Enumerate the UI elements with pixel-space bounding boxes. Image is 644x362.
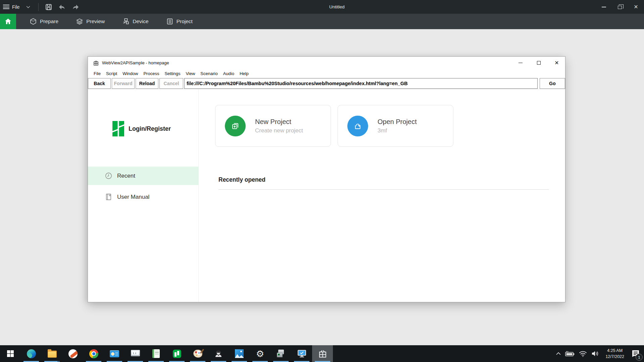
close-button[interactable]: ✕ <box>628 0 644 14</box>
edge-icon <box>27 349 36 358</box>
login-register-button[interactable]: Login/Register <box>112 121 171 136</box>
tab-project-label: Project <box>177 18 193 24</box>
tray-chevron-up-button[interactable] <box>556 352 561 356</box>
taskbar-app-report[interactable] <box>104 345 125 362</box>
prepare-icon <box>30 18 37 25</box>
report-app-icon <box>110 350 119 357</box>
clock-icon <box>105 172 112 180</box>
wifi-icon <box>579 350 587 357</box>
file-menu-button[interactable]: File <box>0 0 23 14</box>
tab-prepare[interactable]: Prepare <box>21 14 67 29</box>
speaker-icon <box>591 350 600 357</box>
tray-clock[interactable]: 4:25 AM 12/7/2022 <box>603 348 626 360</box>
tab-preview[interactable]: Preview <box>67 14 113 29</box>
taskbar-app-orange-dial[interactable] <box>62 345 83 362</box>
webview-minimize-button[interactable] <box>518 63 523 63</box>
sidebar-recent-label: Recent <box>117 173 135 179</box>
menu-script[interactable]: Script <box>103 71 120 76</box>
webview-maximize-button[interactable] <box>536 61 541 65</box>
system-monitor-icon <box>131 350 140 356</box>
tab-preview-label: Preview <box>86 18 105 24</box>
taskbar-app-webview2-sample[interactable] <box>312 345 333 362</box>
taskbar-app-notepad[interactable] <box>146 345 166 362</box>
settings-gear-icon: ⚙ <box>256 349 264 358</box>
taskbar-app-edge[interactable] <box>21 345 42 362</box>
webview-titlebar[interactable]: WebView2APISample - homepage ✕ <box>88 57 565 69</box>
webview-menubar: File Script Window Process Settings View… <box>88 69 565 78</box>
chrome-icon <box>89 349 98 358</box>
webview2-sample-window: WebView2APISample - homepage ✕ File Scri… <box>88 56 565 302</box>
menu-view[interactable]: View <box>183 71 198 76</box>
restore-button[interactable] <box>612 0 628 14</box>
menu-settings[interactable]: Settings <box>162 71 183 76</box>
webview-window-title: WebView2APISample - homepage <box>102 60 169 65</box>
webview-navbar: Back Forward Reload Cancel Go <box>88 78 565 89</box>
home-icon <box>4 17 12 25</box>
taskbar-app-pc-health[interactable] <box>291 345 312 362</box>
tab-prepare-label: Prepare <box>40 18 58 24</box>
taskbar: ⚙ <box>0 345 644 362</box>
action-center-button[interactable]: 1 <box>630 345 641 362</box>
back-button[interactable]: Back <box>88 78 111 89</box>
tab-home[interactable] <box>0 14 16 29</box>
reload-button[interactable]: Reload <box>136 78 158 89</box>
save-button[interactable] <box>42 0 55 14</box>
undo-button[interactable] <box>55 0 69 14</box>
minimize-button[interactable] <box>596 0 612 14</box>
book-icon <box>105 193 112 201</box>
taskbar-app-system-monitor[interactable] <box>125 345 146 362</box>
notepad-icon <box>152 349 160 358</box>
preview-icon <box>76 18 83 25</box>
new-project-card[interactable]: New Project Create new project <box>215 105 331 147</box>
open-project-icon <box>352 121 363 131</box>
printer-app-icon <box>277 350 285 358</box>
menu-scenario[interactable]: Scenario <box>198 71 220 76</box>
taskbar-app-settings[interactable]: ⚙ <box>250 345 270 362</box>
maximize-icon <box>537 61 541 65</box>
tab-project[interactable]: Project <box>157 14 201 29</box>
file-explorer-icon <box>48 351 57 358</box>
cancel-button[interactable]: Cancel <box>159 78 183 89</box>
new-project-title: New Project <box>255 118 303 126</box>
webview2-app-icon <box>93 60 99 66</box>
taskbar-app-paint[interactable] <box>187 345 208 362</box>
taskbar-app-bambu-studio[interactable] <box>166 345 187 362</box>
redo-icon <box>71 3 80 11</box>
webview2-sample-icon <box>318 350 327 358</box>
close-icon: ✕ <box>554 60 559 66</box>
sidebar-item-recent[interactable]: Recent <box>88 167 198 185</box>
menu-window[interactable]: Window <box>120 71 141 76</box>
taskbar-app-printer[interactable] <box>270 345 291 362</box>
taskbar-app-chrome[interactable] <box>83 345 104 362</box>
tray-battery-button[interactable] <box>565 350 575 357</box>
open-project-card[interactable]: Open Project 3mf <box>338 105 453 147</box>
sidebar-item-user-manual[interactable]: User Manual <box>88 188 198 206</box>
document-title: Untitled <box>329 0 345 14</box>
menu-process[interactable]: Process <box>141 71 162 76</box>
menu-audio[interactable]: Audio <box>220 71 237 76</box>
taskbar-app-photos[interactable] <box>229 345 250 362</box>
notification-badge: 1 <box>636 354 643 361</box>
taskbar-app-spy[interactable] <box>208 345 229 362</box>
device-icon <box>122 18 130 25</box>
project-icon <box>166 18 174 25</box>
taskbar-app-file-explorer[interactable] <box>42 345 62 362</box>
minimize-icon <box>518 63 523 63</box>
url-input[interactable] <box>184 78 538 89</box>
menu-help[interactable]: Help <box>237 71 251 76</box>
paint-icon <box>193 350 202 358</box>
photos-icon <box>235 349 244 358</box>
start-button[interactable] <box>0 345 21 362</box>
webview-close-button[interactable]: ✕ <box>554 60 559 66</box>
tray-wifi-button[interactable] <box>579 350 587 357</box>
homepage-main: New Project Create new project Open Proj… <box>199 89 565 302</box>
tab-device[interactable]: Device <box>113 14 157 29</box>
close-icon: ✕ <box>634 4 638 10</box>
forward-button[interactable]: Forward <box>112 78 135 89</box>
go-button[interactable]: Go <box>540 78 565 89</box>
redo-button[interactable] <box>69 0 82 14</box>
new-project-subtitle: Create new project <box>255 127 303 134</box>
chevron-down-icon[interactable] <box>26 4 30 8</box>
tray-volume-button[interactable] <box>591 350 600 357</box>
menu-file[interactable]: File <box>91 71 103 76</box>
